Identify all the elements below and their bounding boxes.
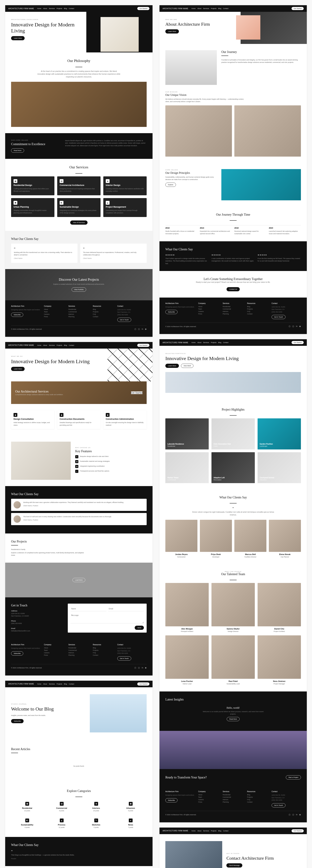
footer-link[interactable]: Blog — [93, 309, 114, 310]
footer-contact-button[interactable]: Get in Touch — [272, 803, 285, 807]
nav-link[interactable]: Projects — [57, 683, 62, 685]
project-card[interactable]: Civic Innovation Hub Public — [211, 418, 255, 450]
post-cta-button[interactable]: Read More — [227, 717, 240, 721]
footer-link[interactable]: About — [198, 306, 219, 307]
footer-link[interactable]: Careers — [44, 652, 65, 654]
brand[interactable]: ARCHITECTURE FIRM NAME — [8, 683, 34, 685]
footer-link[interactable]: Projects — [247, 308, 268, 310]
footer-contact-button[interactable]: Get in Touch — [117, 656, 131, 660]
email-input[interactable] — [108, 607, 144, 611]
social-t-icon[interactable]: ⓣ — [138, 328, 140, 331]
nav-link[interactable]: Projects — [211, 830, 216, 832]
nav-link[interactable]: Home — [192, 830, 196, 832]
nav-link[interactable]: Projects — [57, 344, 62, 346]
nav-link[interactable]: Blog — [64, 683, 67, 685]
nav-cta-button[interactable]: Get Started — [137, 344, 149, 347]
nav-link[interactable]: Blog — [218, 342, 221, 343]
service-card[interactable]: ◆ Design Consultation Initial strategy s… — [11, 410, 55, 429]
service-card[interactable]: ▲ Project Management Overseeing your pro… — [103, 198, 147, 217]
footer-link[interactable]: Contact — [247, 313, 268, 315]
footer-subscribe-button[interactable]: Subscribe — [165, 798, 177, 802]
nav-link[interactable]: Blog — [64, 8, 67, 9]
footer-link[interactable]: Careers — [44, 313, 65, 315]
social-t-icon[interactable]: ⓣ — [292, 325, 294, 328]
social-in-icon[interactable]: in — [296, 325, 298, 328]
footer-link[interactable]: Press — [44, 316, 65, 317]
nav-link[interactable]: Home — [37, 8, 41, 9]
category-card[interactable]: ▦ Residential 12 posts — [11, 800, 43, 814]
commit-cta-button[interactable]: Read More — [11, 148, 24, 153]
social-f-icon[interactable]: ⓕ — [288, 813, 290, 816]
nav-link[interactable]: About — [197, 8, 201, 9]
services-cta-button[interactable]: View All Services — [70, 220, 88, 225]
service-card[interactable]: ▦ Residential Design Crafting personaliz… — [11, 176, 55, 195]
footer-link[interactable]: Commercial — [68, 649, 89, 651]
footer-link[interactable]: Press — [44, 654, 65, 656]
nav-link[interactable]: Contact — [223, 830, 229, 832]
footer-link[interactable]: Planning — [68, 654, 89, 656]
footer-contact-button[interactable]: Get in Touch — [117, 318, 131, 322]
hero-cta-button[interactable]: Learn More — [11, 367, 25, 371]
footer-link[interactable]: Commercial — [222, 308, 244, 310]
footer-link[interactable]: Commercial — [68, 311, 89, 313]
nav-link[interactable]: About — [197, 342, 201, 343]
footer-link[interactable]: Interiors — [222, 311, 244, 312]
footer-link[interactable]: Interiors — [68, 313, 89, 315]
nav-cta-button[interactable]: Get Started — [291, 341, 304, 344]
hero-cta-button[interactable]: Subscribe — [11, 719, 24, 723]
nav-cta-button[interactable]: Get Started — [291, 829, 304, 832]
footer-link[interactable]: Blog — [247, 794, 268, 796]
footer-link[interactable]: Projects — [93, 311, 114, 313]
social-t-icon[interactable]: ⓣ — [138, 666, 140, 669]
cta-button[interactable]: Start a Project — [286, 775, 301, 779]
nav-link[interactable]: Services — [49, 344, 55, 346]
social-f-icon[interactable]: ⓕ — [134, 666, 136, 669]
footer-link[interactable]: Team — [44, 649, 65, 651]
social-ig-icon[interactable]: ◉ — [299, 325, 301, 328]
brand[interactable]: ARCHITECTURE FIRM NAME — [8, 8, 34, 9]
nav-link[interactable]: Blog — [218, 830, 221, 832]
footer-link[interactable]: Blog — [247, 306, 268, 307]
brand[interactable]: ARCHITECTURE FIRM NAME — [163, 8, 188, 9]
nav-link[interactable]: Services — [49, 8, 55, 9]
project-card[interactable]: Garden Pavilion Landscape — [257, 418, 301, 450]
nav-link[interactable]: About — [197, 830, 201, 832]
footer-link[interactable]: Team — [44, 311, 65, 313]
principles-cta-button[interactable]: Explore — [165, 183, 176, 187]
brand[interactable]: ARCHITECTURE FIRM NAME — [163, 830, 188, 832]
nav-link[interactable]: Projects — [211, 8, 216, 9]
social-in-icon[interactable]: in — [296, 813, 298, 816]
nav-link[interactable]: Home — [192, 342, 196, 343]
project-card[interactable]: Harbor Tower Commercial — [165, 452, 209, 483]
footer-link[interactable]: Interiors — [222, 799, 244, 801]
footer-link[interactable]: FAQ — [247, 799, 268, 801]
footer-link[interactable]: Careers — [198, 799, 219, 801]
project-card[interactable]: Courtyard School Education — [257, 452, 301, 483]
nav-link[interactable]: Services — [203, 830, 209, 832]
footer-link[interactable]: About — [44, 309, 65, 310]
service-card[interactable]: ◆ Construction Administration On-site ov… — [103, 410, 147, 429]
nav-link[interactable]: Services — [203, 8, 209, 9]
project-card[interactable]: Lakeside Residence Residential — [165, 418, 209, 450]
footer-link[interactable]: FAQ — [93, 313, 114, 315]
nav-link[interactable]: Contact — [69, 683, 74, 685]
service-card[interactable]: ▤ Commercial Architecture Designing func… — [57, 176, 101, 195]
footer-subscribe-button[interactable]: Subscribe — [165, 310, 177, 314]
category-card[interactable]: ● News 7 posts — [114, 816, 147, 831]
band-cta-button[interactable]: Get Started — [131, 392, 142, 394]
projects-cta-button[interactable]: View Portfolio — [72, 287, 86, 292]
service-card[interactable]: ◐ Sustainable Design Integrating eco-con… — [57, 198, 101, 217]
hero-cta-button[interactable]: Learn More — [165, 364, 179, 368]
footer-link[interactable]: Residential — [222, 794, 244, 796]
footer-link[interactable]: Commercial — [222, 796, 244, 798]
nav-link[interactable]: About — [43, 344, 47, 346]
service-card[interactable]: ◆ Construction Documents Detailed drawin… — [57, 410, 101, 429]
service-card[interactable]: ◈ Interior Design Creating cohesive inte… — [103, 176, 147, 195]
footer-link[interactable]: Careers — [198, 311, 219, 312]
footer-link[interactable]: Planning — [222, 313, 244, 315]
hero-cta2-button[interactable]: View Work — [181, 364, 194, 368]
nav-cta-button[interactable]: Get Started — [137, 7, 149, 10]
footer-link[interactable]: Blog — [93, 647, 114, 649]
nav-link[interactable]: Projects — [211, 342, 216, 343]
footer-link[interactable]: Projects — [93, 649, 114, 651]
